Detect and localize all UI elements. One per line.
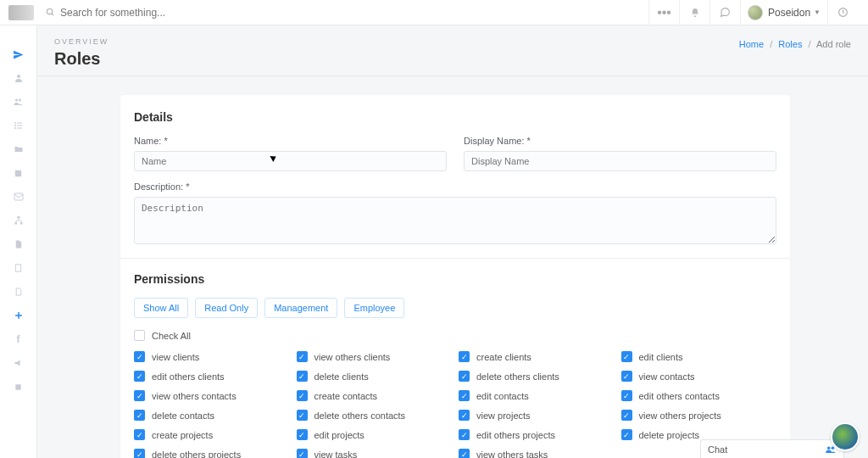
mail-icon [14, 193, 24, 201]
checkbox[interactable]: ✓ [134, 371, 145, 382]
nav-page[interactable] [0, 256, 37, 280]
checkbox[interactable]: ✓ [621, 390, 632, 401]
checkbox[interactable]: ✓ [297, 390, 308, 401]
user-menu[interactable]: Poseidon ▼ [740, 0, 827, 25]
filter-show-all[interactable]: Show All [134, 298, 188, 318]
perm-delete-others-projects[interactable]: ✓delete others projects [134, 449, 290, 458]
perm-edit-projects[interactable]: ✓edit projects [297, 429, 453, 440]
checkbox[interactable]: ✓ [459, 390, 470, 401]
perm-label: edit clients [639, 352, 683, 362]
perm-delete-others-contacts[interactable]: ✓delete others contacts [297, 410, 453, 421]
check-all-checkbox[interactable] [134, 330, 145, 341]
checkbox[interactable]: ✓ [297, 429, 308, 440]
checkbox[interactable]: ✓ [459, 429, 470, 440]
svg-point-10 [14, 126, 15, 126]
perm-view-others-projects[interactable]: ✓view others projects [621, 410, 777, 421]
perm-edit-others-contacts[interactable]: ✓edit others contacts [621, 390, 777, 401]
perm-view-contacts[interactable]: ✓view contacts [621, 371, 777, 382]
nav-announce[interactable] [0, 351, 37, 375]
apps-button[interactable]: ••• [648, 0, 679, 25]
checkbox[interactable]: ✓ [297, 410, 308, 421]
nav-report[interactable] [0, 280, 37, 304]
messages-button[interactable] [709, 0, 740, 25]
checkbox[interactable]: ✓ [459, 449, 470, 458]
sitemap-icon [14, 215, 24, 226]
perm-view-others-contacts[interactable]: ✓view others contacts [134, 390, 290, 401]
nav-add[interactable]: ＋ [0, 304, 37, 327]
nav-user[interactable] [0, 66, 37, 90]
nav-box[interactable] [0, 161, 37, 185]
perm-edit-contacts[interactable]: ✓edit contacts [459, 390, 615, 401]
dots-icon: ••• [657, 5, 671, 20]
nav-doc[interactable] [0, 232, 37, 256]
name-input[interactable] [134, 151, 447, 171]
description-input[interactable] [134, 197, 776, 244]
checkbox[interactable]: ✓ [459, 371, 470, 382]
nav-list[interactable] [0, 114, 37, 137]
crumb-roles[interactable]: Roles [778, 39, 802, 49]
checkbox[interactable]: ✓ [621, 371, 632, 382]
nav-folder[interactable] [0, 137, 37, 161]
perm-create-contacts[interactable]: ✓create contacts [297, 390, 453, 401]
perm-label: delete clients [314, 371, 369, 382]
perm-delete-contacts[interactable]: ✓delete contacts [134, 410, 290, 421]
svg-rect-12 [15, 170, 21, 176]
global-search[interactable] [46, 7, 648, 19]
crumb-home[interactable]: Home [739, 39, 764, 49]
checkbox[interactable]: ✓ [134, 390, 145, 401]
checkbox[interactable]: ✓ [621, 429, 632, 440]
display-name-input[interactable] [464, 151, 776, 171]
perm-delete-clients[interactable]: ✓delete clients [297, 371, 453, 382]
svg-rect-16 [20, 222, 23, 225]
check-all-row[interactable]: Check All [134, 330, 776, 341]
nav-mail[interactable] [0, 185, 37, 209]
checkbox[interactable]: ✓ [459, 410, 470, 421]
chat-widget[interactable]: Chat [700, 439, 844, 458]
checkbox[interactable]: ✓ [297, 449, 308, 458]
crumb-sep: / [809, 39, 811, 49]
perm-edit-clients[interactable]: ✓edit clients [621, 351, 777, 362]
perm-edit-others-projects[interactable]: ✓edit others projects [459, 429, 615, 440]
perm-view-projects[interactable]: ✓view projects [459, 410, 615, 421]
perm-label: view others tasks [476, 450, 548, 459]
checkbox[interactable]: ✓ [297, 351, 308, 362]
permission-filters: Show AllRead OnlyManagementEmployee [134, 298, 776, 318]
crumb-current: Add role [816, 39, 851, 49]
floating-avatar[interactable] [831, 422, 860, 451]
details-card: Details Name: * Display Name: * Descript… [120, 95, 790, 458]
checkbox[interactable]: ✓ [621, 410, 632, 421]
perm-delete-others-clients[interactable]: ✓delete others clients [459, 371, 615, 382]
page-title: Roles [54, 49, 851, 69]
perm-edit-others-clients[interactable]: ✓edit others clients [134, 371, 290, 382]
notifications-button[interactable] [679, 0, 709, 25]
search-input[interactable] [60, 7, 314, 19]
nav-team[interactable] [0, 90, 37, 114]
checkbox[interactable]: ✓ [134, 410, 145, 421]
nav-bottom[interactable] [0, 375, 37, 399]
perm-view-others-tasks[interactable]: ✓view others tasks [459, 449, 615, 458]
nav-org[interactable] [0, 209, 37, 232]
filter-management[interactable]: Management [264, 298, 337, 318]
speech-bubble-icon [720, 7, 731, 18]
perm-label: delete others contacts [314, 411, 406, 421]
perm-create-clients[interactable]: ✓create clients [459, 351, 615, 362]
checkbox[interactable]: ✓ [297, 371, 308, 382]
folder-icon [14, 144, 24, 154]
perm-view-tasks[interactable]: ✓view tasks [297, 449, 453, 458]
activity-button[interactable] [827, 0, 858, 25]
nav-send[interactable] [0, 42, 37, 66]
filter-employee[interactable]: Employee [344, 298, 404, 318]
svg-point-3 [17, 75, 20, 78]
perm-label: view clients [152, 352, 199, 362]
perm-create-projects[interactable]: ✓create projects [134, 429, 290, 440]
checkbox[interactable]: ✓ [459, 351, 470, 362]
checkbox[interactable]: ✓ [621, 351, 632, 362]
checkbox[interactable]: ✓ [134, 351, 145, 362]
nav-facebook[interactable]: f [0, 327, 37, 351]
checkbox[interactable]: ✓ [134, 449, 145, 458]
perm-view-others-clients[interactable]: ✓view others clients [297, 351, 453, 362]
filter-read-only[interactable]: Read Only [195, 298, 258, 318]
checkbox[interactable]: ✓ [134, 429, 145, 440]
perm-label: edit projects [314, 430, 364, 440]
perm-view-clients[interactable]: ✓view clients [134, 351, 290, 362]
